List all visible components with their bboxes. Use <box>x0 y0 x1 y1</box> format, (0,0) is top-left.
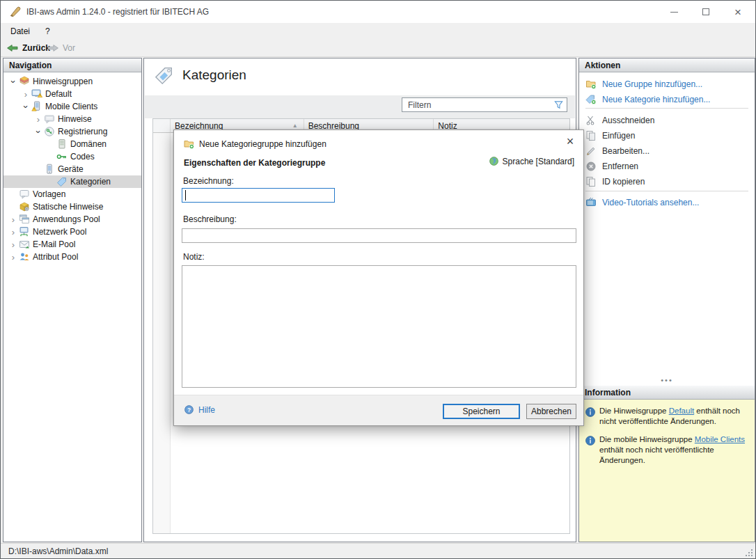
dialog-footer: ? Hilfe Speichern Abbrechen <box>174 395 583 425</box>
forward-button[interactable]: Vor <box>47 40 75 56</box>
notices-bubble-icon <box>44 113 55 125</box>
nav-item-label: Anwendungs Pool <box>33 214 100 224</box>
status-bar: D:\IBI-aws\Admin\Data.xml <box>1 543 755 558</box>
nav-item-default[interactable]: Default <box>3 88 141 100</box>
nav-item-mobile-clients[interactable]: Mobile Clients <box>3 100 141 113</box>
info-item: Die mobile Hinweisgruppe Mobile Clients … <box>585 434 749 466</box>
tv-icon <box>585 197 597 208</box>
toolbar: Zurück Vor <box>1 39 755 57</box>
menu-help[interactable]: ? <box>45 26 50 36</box>
nav-item-label: E-Mail Pool <box>33 239 75 249</box>
page-title: Kategorien <box>182 68 246 83</box>
info-icon <box>585 435 596 446</box>
chevron-right-icon[interactable] <box>8 253 19 262</box>
information-panel: Die Hinweisgruppe Default enthält noch n… <box>579 400 755 542</box>
category-tag-icon <box>154 65 175 86</box>
filter-toolbar <box>145 95 575 118</box>
nav-item-kategorien[interactable]: Kategorien <box>3 175 141 188</box>
action-neue-kategorie[interactable]: Neue Kategorie hinzufügen... <box>579 92 755 107</box>
cancel-button[interactable]: Abbrechen <box>526 404 576 419</box>
new-category-group-dialog: Neue Kategoriegruppe hinzufügen × Eigens… <box>173 129 584 426</box>
minimize-button[interactable] <box>658 1 690 23</box>
chevron-right-icon[interactable] <box>8 228 19 237</box>
nav-item-anwendungs-pool[interactable]: Anwendungs Pool <box>3 213 141 226</box>
action-id-kopieren[interactable]: ID kopieren <box>579 174 755 189</box>
chevron-right-icon[interactable] <box>20 90 31 99</box>
chevron-down-icon[interactable] <box>20 102 31 111</box>
resize-grip[interactable] <box>744 548 753 556</box>
chevron-down-icon[interactable] <box>8 77 19 86</box>
action-bearbeiten[interactable]: Bearbeiten... <box>579 143 755 159</box>
maximize-button[interactable] <box>690 1 722 23</box>
action-einfuegen[interactable]: Einfügen <box>579 128 755 143</box>
nav-item-geraete[interactable]: Geräte <box>3 163 141 175</box>
notiz-field[interactable] <box>182 265 576 388</box>
sort-ascending-icon: ▲ <box>292 123 298 129</box>
nav-item-registrierung[interactable]: Registrierung <box>3 125 141 138</box>
chevron-right-icon[interactable] <box>8 240 19 249</box>
nav-item-hinweisgruppen[interactable]: Hinweisgruppen <box>3 75 141 88</box>
nav-item-email-pool[interactable]: E-Mail Pool <box>3 238 141 251</box>
navigation-header: Navigation <box>3 58 141 72</box>
chevron-right-icon[interactable] <box>33 115 44 124</box>
action-neue-gruppe[interactable]: Neue Gruppe hinzufügen... <box>579 77 755 92</box>
nav-item-label: Mobile Clients <box>45 102 97 111</box>
chevron-right-icon[interactable] <box>8 215 19 224</box>
info-link-mobile-clients[interactable]: Mobile Clients <box>695 435 745 443</box>
help-link[interactable]: ? Hilfe <box>184 404 215 415</box>
forward-arrow-icon <box>47 43 59 53</box>
dialog-close-button[interactable]: × <box>562 134 578 149</box>
nav-item-hinweise[interactable]: Hinweise <box>3 113 141 125</box>
action-video-tutorials[interactable]: Video-Tutorials ansehen... <box>579 195 755 210</box>
beschreibung-field[interactable] <box>182 228 576 243</box>
close-button[interactable]: × <box>722 1 754 23</box>
nav-item-attribut-pool[interactable]: Attribut Pool <box>3 251 141 263</box>
email-icon <box>19 239 30 250</box>
panel-splitter-handle[interactable]: ••• <box>579 377 755 383</box>
text-caret <box>185 190 186 200</box>
actions-separator <box>585 108 748 109</box>
static-package-icon <box>19 201 30 212</box>
language-selector[interactable]: Sprache [Standard] <box>489 156 574 166</box>
nav-item-domaenen[interactable]: Domänen <box>3 138 141 150</box>
nav-item-label: Kategorien <box>70 177 111 187</box>
actions-separator <box>585 191 748 191</box>
row-selector-column-header[interactable] <box>153 119 171 132</box>
bezeichnung-field[interactable] <box>182 188 335 203</box>
back-button[interactable]: Zurück <box>6 40 50 56</box>
navigation-panel: Navigation Hinweisgruppen <box>3 58 142 542</box>
help-icon: ? <box>184 404 194 415</box>
nav-item-label: Hinweisgruppen <box>33 77 93 86</box>
nav-item-label: Geräte <box>58 164 84 174</box>
filter-input[interactable] <box>402 97 567 112</box>
nav-item-codes[interactable]: Codes <box>3 150 141 163</box>
action-entfernen[interactable]: Entfernen <box>579 159 755 174</box>
pencil-icon <box>585 145 597 157</box>
template-bubble-icon <box>19 189 30 200</box>
save-button[interactable]: Speichern <box>443 404 520 419</box>
scissors-icon <box>585 115 597 126</box>
app-logo-icon <box>8 6 21 18</box>
filter-funnel-icon[interactable] <box>553 100 564 110</box>
menu-datei[interactable]: Datei <box>10 26 30 36</box>
nav-item-label: Domänen <box>70 139 107 149</box>
nav-item-label: Codes <box>70 152 95 162</box>
copy-icon <box>585 176 597 187</box>
bezeichnung-label: Bezeichnung: <box>183 176 234 186</box>
nav-item-statische-hinweise[interactable]: Statische Hinweise <box>3 200 141 213</box>
beschreibung-label: Beschreibung: <box>183 214 237 224</box>
tag-add-icon <box>585 94 597 105</box>
dialog-section-label: Eigenschaften der Kategoriegruppe <box>184 158 325 168</box>
info-link-default[interactable]: Default <box>669 407 694 415</box>
nav-item-vorlagen[interactable]: Vorlagen <box>3 188 141 200</box>
nav-item-label: Attribut Pool <box>33 252 78 262</box>
status-file-path: D:\IBI-aws\Admin\Data.xml <box>8 546 108 556</box>
nav-item-label: Statische Hinweise <box>33 202 103 212</box>
chevron-down-icon[interactable] <box>33 127 44 136</box>
domain-server-icon <box>56 139 68 150</box>
nav-item-netzwerk-pool[interactable]: Netzwerk Pool <box>3 226 141 238</box>
info-item: Die Hinweisgruppe Default enthält noch n… <box>585 406 749 427</box>
minimize-icon <box>670 12 678 13</box>
app-window: IBI-aws Admin 1.24.0 - registriert für I… <box>0 0 756 559</box>
action-ausschneiden[interactable]: Ausschneiden <box>579 113 755 128</box>
